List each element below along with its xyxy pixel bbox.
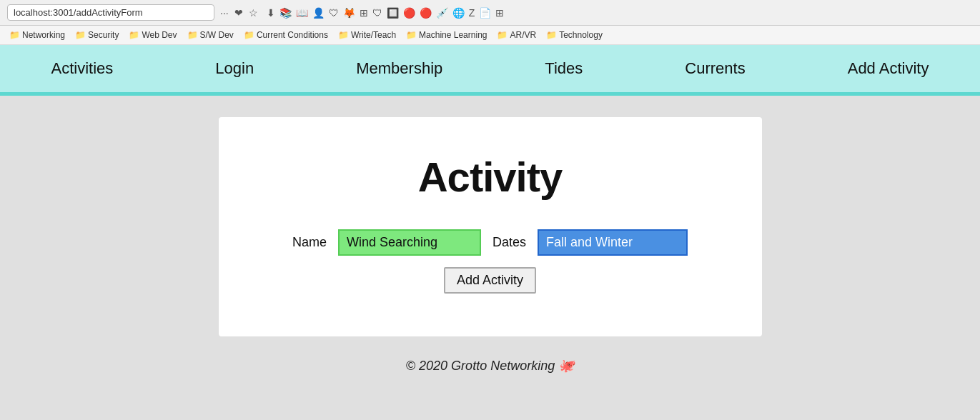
name-input[interactable] — [338, 229, 481, 256]
folder-icon: 📁 — [546, 30, 557, 40]
nav-currents[interactable]: Currents — [663, 45, 766, 92]
bookmark-security[interactable]: 📁 Security — [71, 29, 122, 41]
form-title: Activity — [418, 153, 563, 201]
bookmark-label: AR/VR — [510, 30, 536, 40]
folder-icon: 📁 — [406, 30, 417, 40]
pocket-icon[interactable]: ❤ — [234, 7, 243, 19]
dates-label: Dates — [493, 235, 526, 250]
footer: © 2020 Grotto Networking 🐙 — [406, 358, 574, 374]
browser-toolbar-icons: ⬇ 📚 📖 👤 🛡 🦊 ⊞ 🛡 🔲 🔴 🔴 💉 🌐 Z 📄 ⊞ — [267, 7, 505, 19]
folder-icon: 📁 — [338, 30, 349, 40]
form-row: Name Dates Add Activity — [262, 229, 719, 294]
page-background: Activity Name Dates Add Activity © 2020 … — [0, 96, 980, 395]
bookmark-label: Security — [88, 30, 119, 40]
bookmark-arvr[interactable]: 📁 AR/VR — [493, 29, 540, 41]
folder-icon: 📁 — [497, 30, 508, 40]
nav-activities-label: Activities — [51, 59, 114, 78]
ext8-icon[interactable]: 🌐 — [452, 7, 465, 19]
folder-icon: 📁 — [129, 30, 139, 40]
folder-icon: 📁 — [75, 30, 86, 40]
shield-icon[interactable]: 🛡 — [329, 7, 339, 19]
nav-tides[interactable]: Tides — [523, 45, 604, 92]
nav-bar: Activities Login Membership Tides Curren… — [0, 45, 980, 96]
dates-input[interactable] — [538, 229, 688, 256]
nav-currents-label: Currents — [685, 59, 745, 78]
folder-icon: 📁 — [187, 30, 198, 40]
url-bar[interactable] — [7, 4, 214, 21]
page-icon[interactable]: 📄 — [479, 7, 491, 19]
bookmark-label: Current Conditions — [257, 30, 328, 40]
nav-tides-label: Tides — [545, 59, 583, 78]
nav-membership-label: Membership — [356, 59, 442, 78]
bookmark-label: Write/Teach — [351, 30, 396, 40]
bookmark-networking[interactable]: 📁 Networking — [6, 29, 69, 41]
ext2-icon[interactable]: ⊞ — [360, 7, 368, 19]
bookmark-label: Networking — [22, 30, 65, 40]
ext4-icon[interactable]: 🔲 — [387, 7, 399, 19]
nav-activities[interactable]: Activities — [30, 45, 135, 92]
bookmark-technology[interactable]: 📁 Technology — [543, 29, 606, 41]
folder-icon: 📁 — [244, 30, 254, 40]
bookmarks-bar: 📁 Networking 📁 Security 📁 Web Dev 📁 S/W … — [0, 26, 980, 45]
bookmark-label: Web Dev — [142, 30, 177, 40]
nav-login-label: Login — [215, 59, 254, 78]
name-label: Name — [292, 235, 327, 250]
profile-icon[interactable]: 👤 — [312, 7, 325, 19]
library-icon[interactable]: 📚 — [279, 7, 292, 19]
extensions-icon[interactable]: ⊞ — [495, 7, 504, 19]
nav-add-activity-label: Add Activity — [848, 59, 929, 78]
download-icon[interactable]: ⬇ — [267, 7, 275, 19]
nav-add-activity[interactable]: Add Activity — [826, 45, 951, 92]
zoom-icon[interactable]: Z — [469, 7, 475, 19]
bookmark-webdev[interactable]: 📁 Web Dev — [125, 29, 180, 41]
bookmark-label: Machine Learning — [419, 30, 487, 40]
bookmark-label: Technology — [559, 30, 603, 40]
star-icon[interactable]: ☆ — [249, 7, 258, 19]
nav-membership[interactable]: Membership — [335, 45, 464, 92]
ext7-icon[interactable]: 💉 — [436, 7, 448, 19]
ext3-icon[interactable]: 🛡 — [372, 7, 382, 19]
ext5-icon[interactable]: 🔴 — [403, 7, 415, 19]
bookmark-write-teach[interactable]: 📁 Write/Teach — [335, 29, 400, 41]
bookmark-machine-learning[interactable]: 📁 Machine Learning — [402, 29, 490, 41]
folder-icon: 📁 — [9, 30, 20, 40]
bookmark-current-conditions[interactable]: 📁 Current Conditions — [240, 29, 332, 41]
reader-icon[interactable]: 📖 — [296, 7, 308, 19]
activity-form-card: Activity Name Dates Add Activity — [219, 117, 762, 336]
browser-chrome: ··· ❤ ☆ ⬇ 📚 📖 👤 🛡 🦊 ⊞ 🛡 🔲 🔴 🔴 💉 🌐 Z 📄 ⊞ — [0, 0, 980, 26]
more-icon[interactable]: ··· — [220, 7, 229, 19]
ext6-icon[interactable]: 🔴 — [420, 7, 432, 19]
bookmark-label: S/W Dev — [200, 30, 234, 40]
add-activity-button[interactable]: Add Activity — [444, 267, 536, 294]
ext1-icon[interactable]: 🦊 — [343, 7, 355, 19]
nav-login[interactable]: Login — [194, 45, 275, 92]
bookmark-swdev[interactable]: 📁 S/W Dev — [184, 29, 237, 41]
